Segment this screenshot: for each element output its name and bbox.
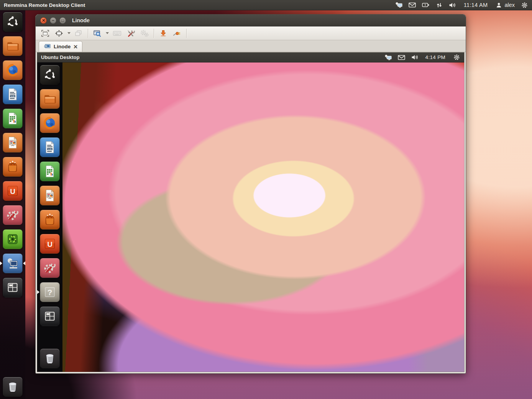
svg-text:?: ? xyxy=(48,288,53,297)
mail-icon[interactable] xyxy=(409,2,416,8)
tab-label: Linode xyxy=(54,44,71,49)
system-settings-launcher-item[interactable] xyxy=(3,205,23,225)
toolbar-separator xyxy=(186,29,187,38)
fit-window-button[interactable] xyxy=(53,28,66,39)
workspace-switcher-launcher-item[interactable] xyxy=(3,277,23,297)
session-gear-icon[interactable] xyxy=(521,2,528,8)
home-folder-launcher-item[interactable] xyxy=(40,89,60,109)
software-updater-launcher-item[interactable] xyxy=(3,229,23,249)
running-indicator-arrow xyxy=(37,290,39,294)
system-settings-launcher-item[interactable] xyxy=(40,258,60,278)
sync-arrows-icon[interactable] xyxy=(435,2,443,8)
ubuntu-dash-launcher-item[interactable] xyxy=(40,65,60,85)
firefox-launcher-item[interactable] xyxy=(3,60,23,80)
minimize-button[interactable]: − xyxy=(50,17,56,24)
firefox-launcher-item[interactable] xyxy=(40,113,60,133)
libreoffice-writer-launcher-item[interactable] xyxy=(40,137,60,157)
host-unity-launcher: U xyxy=(0,10,25,399)
svg-text:U: U xyxy=(10,187,15,195)
unknown-app-launcher-item[interactable]: ? xyxy=(40,282,60,302)
fit-window-dropdown-arrow[interactable] xyxy=(66,28,71,39)
host-user-name: alex xyxy=(504,2,515,8)
maximize-button[interactable]: □ xyxy=(59,17,66,24)
remmina-toolbar xyxy=(36,26,466,40)
toolbar-separator xyxy=(88,29,88,38)
battery-icon[interactable] xyxy=(422,2,430,8)
remote-session-viewport: Ubuntu Desktop 4:14 PM U? xyxy=(37,52,465,372)
ubuntu-one-launcher-item[interactable]: U xyxy=(40,234,60,254)
minimize-to-tray-button[interactable] xyxy=(157,28,170,39)
close-button[interactable]: ✕ xyxy=(40,17,47,24)
host-window-title: Remmina Remote Desktop Client xyxy=(4,2,85,8)
preferences-button[interactable] xyxy=(138,28,151,39)
libreoffice-impress-launcher-item[interactable] xyxy=(3,133,23,153)
home-folder-launcher-item[interactable] xyxy=(3,36,23,56)
remote-desktop-wallpaper[interactable] xyxy=(62,62,464,372)
libreoffice-impress-launcher-item[interactable] xyxy=(40,186,60,205)
disconnect-button[interactable] xyxy=(171,28,184,39)
svg-text:U: U xyxy=(47,240,53,248)
libreoffice-writer-launcher-item[interactable] xyxy=(3,84,23,104)
tab-close-icon[interactable]: ✕ xyxy=(73,44,78,49)
remote-unity-launcher: U? xyxy=(37,62,62,372)
volume-icon[interactable] xyxy=(411,54,419,61)
toolbar-separator xyxy=(154,29,154,38)
window-title: Linode xyxy=(72,17,90,23)
tab-linode[interactable]: Linode ✕ xyxy=(39,41,82,52)
remote-desktop-body: U? xyxy=(37,62,464,372)
fullscreen-button[interactable] xyxy=(39,28,52,39)
remote-indicator-tray xyxy=(384,54,419,61)
libreoffice-calc-launcher-item[interactable] xyxy=(3,108,23,128)
user-icon xyxy=(495,2,502,8)
focused-indicator-arrow xyxy=(23,261,25,265)
host-top-panel: Remmina Remote Desktop Client 11:14 AM a… xyxy=(0,0,532,10)
tab-bar: Linode ✕ xyxy=(36,40,466,52)
workspace-switcher-launcher-item[interactable] xyxy=(40,306,60,326)
software-center-launcher-item[interactable] xyxy=(40,210,60,230)
running-indicator-arrow xyxy=(0,261,2,265)
switch-tab-button[interactable] xyxy=(72,28,85,39)
mail-icon[interactable] xyxy=(398,54,406,61)
trash-launcher-item[interactable] xyxy=(40,348,60,368)
remote-session-gear-icon[interactable] xyxy=(453,54,460,61)
network-monitor-icon[interactable] xyxy=(395,2,403,8)
host-clock[interactable]: 11:14 AM xyxy=(464,2,488,8)
trash-launcher-item[interactable] xyxy=(3,377,23,397)
software-center-launcher-item[interactable] xyxy=(3,157,23,177)
remmina-launcher-item[interactable] xyxy=(3,253,23,273)
ubuntu-dash-launcher-item[interactable] xyxy=(3,12,23,32)
remote-clock[interactable]: 4:14 PM xyxy=(425,54,445,60)
libreoffice-calc-launcher-item[interactable] xyxy=(40,161,60,181)
window-titlebar[interactable]: ✕ − □ Linode xyxy=(36,15,466,26)
scaled-mode-dropdown-arrow[interactable] xyxy=(105,28,110,39)
network-monitor-icon[interactable] xyxy=(384,54,392,61)
remote-top-panel: Ubuntu Desktop 4:14 PM xyxy=(37,53,464,62)
tools-button[interactable] xyxy=(124,28,137,39)
volume-icon[interactable] xyxy=(449,2,456,8)
scaled-mode-button[interactable] xyxy=(91,28,104,39)
ubuntu-one-launcher-item[interactable]: U xyxy=(3,181,23,201)
remote-panel-title: Ubuntu Desktop xyxy=(41,54,79,60)
remmina-window: ✕ − □ Linode Linode ✕ Ubuntu Desktop 4:1… xyxy=(35,14,466,374)
remote-screen-icon xyxy=(43,43,51,50)
grab-keyboard-button[interactable] xyxy=(110,28,123,39)
host-user-menu[interactable]: alex xyxy=(495,2,515,8)
host-indicator-tray xyxy=(395,2,456,8)
